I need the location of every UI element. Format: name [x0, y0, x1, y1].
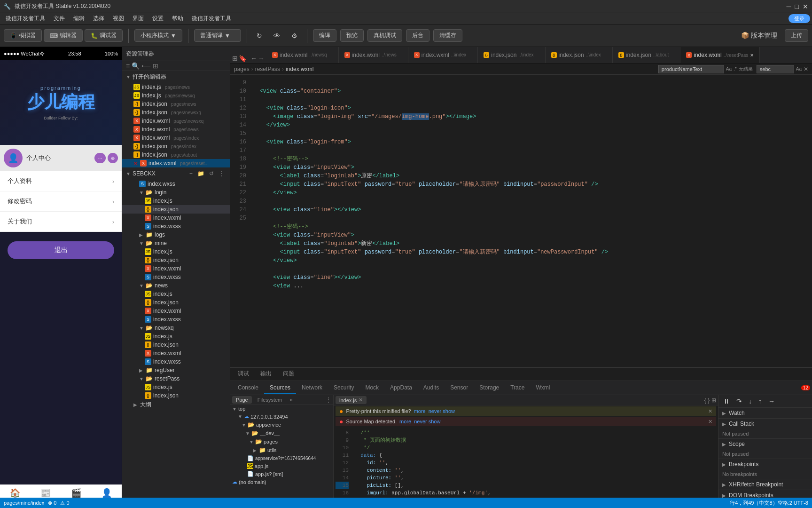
search-input[interactable] — [658, 65, 724, 73]
editor-tab-4[interactable]: {} index.json ..\index ✕ — [546, 47, 613, 63]
menu-about[interactable]: 关于我们 › — [0, 212, 122, 232]
sources-appjs[interactable]: JS app.js — [230, 462, 333, 470]
refresh-icon-btn[interactable]: ↻ — [253, 30, 266, 41]
indexjs-close[interactable]: ✕ — [359, 397, 363, 403]
menu-file[interactable]: 文件 — [50, 14, 69, 24]
menu-settings[interactable]: 设置 — [148, 14, 167, 24]
minimize-btn[interactable]: ─ — [787, 3, 791, 10]
newsxq-indexwxml[interactable]: X index.wxml — [122, 349, 230, 357]
login-indexjson[interactable]: {} index.json — [122, 205, 230, 214]
more-btn-1[interactable]: more — [414, 408, 426, 414]
close-notification-1[interactable]: ✕ — [708, 408, 712, 414]
sources-appservice[interactable]: 📂 appservice — [230, 421, 333, 429]
login-indexwxml[interactable]: X index.wxml — [122, 214, 230, 222]
menu-password[interactable]: 修改密码 › — [0, 191, 122, 212]
folder-newsxq[interactable]: 📂 newsxq — [122, 324, 230, 332]
devtools-tab-console[interactable]: Console — [232, 382, 264, 394]
upload-btn[interactable]: 上传 — [785, 29, 808, 42]
real-machine-btn[interactable]: 真机调试 — [367, 29, 402, 42]
login-indexwxss[interactable]: S index.wxss — [122, 222, 230, 230]
forward-btn[interactable]: → — [258, 55, 265, 62]
scope-header[interactable]: Scope — [718, 439, 812, 449]
mine-indexwxss[interactable]: S index.wxss — [122, 273, 230, 281]
open-file-6[interactable]: X index.wxml pages\index — [122, 134, 230, 142]
news-indexwxml[interactable]: X index.wxml — [122, 307, 230, 315]
watch-header[interactable]: Watch — [718, 408, 812, 418]
editor-tab-6[interactable]: X index.wxml ..\resetPass ✕ — [680, 47, 760, 63]
news-indexwxss[interactable]: S index.wxss — [122, 315, 230, 324]
breadcrumb-resetpass[interactable]: resetPass — [255, 66, 280, 72]
filetree-search-btn[interactable]: 🔍 — [132, 62, 140, 70]
step-btn[interactable]: → — [765, 396, 778, 406]
xhr-header[interactable]: XHR/fetch Breakpoint — [718, 479, 812, 490]
editor-tab-0[interactable]: X index.wxml ..\newsq ✕ — [266, 47, 339, 63]
debugger-btn[interactable]: 🐛 调试器 — [85, 29, 123, 42]
mine-indexwxml[interactable]: X index.wxml — [122, 264, 230, 273]
devtools-tab-mock[interactable]: Mock — [359, 382, 384, 394]
menu-view[interactable]: 视图 — [109, 14, 128, 24]
newsxq-indexjson[interactable]: {} index.json — [122, 341, 230, 349]
sources-tab-filesystem[interactable]: Filesystem — [254, 396, 286, 404]
mode-dropdown[interactable]: 小程序模式 ▼ — [134, 29, 182, 42]
sources-code-content[interactable]: 89101112 1314151617 /** * 页面的初始数据 */ dat… — [334, 427, 718, 499]
devtools-subtab-debug[interactable]: 调试 — [232, 368, 255, 381]
open-file-4[interactable]: X index.wxml pages\newsxq — [122, 117, 230, 125]
menu-select[interactable]: 选择 — [89, 14, 108, 24]
breakpoints-header[interactable]: Breakpoints — [718, 459, 812, 469]
sources-utils[interactable]: 📁 utils — [230, 446, 333, 454]
folder-reguser[interactable]: 📁 regUser — [122, 366, 230, 374]
devtools-tab-appdata[interactable]: AppData — [384, 382, 418, 394]
logout-button[interactable]: 退出 — [8, 241, 114, 259]
close-notification-2[interactable]: ✕ — [708, 419, 712, 425]
devtools-tab-sources[interactable]: Sources — [264, 382, 296, 394]
step-over-btn[interactable]: ↷ — [734, 396, 745, 406]
sources-code-tab-indexjs[interactable]: index.js ✕ — [336, 396, 367, 404]
code-editor[interactable]: <view class="container"> <view class="lo… — [249, 75, 812, 367]
open-file-1[interactable]: JS index.js pages\newsxq — [122, 91, 230, 100]
devtools-tab-audits[interactable]: Audits — [418, 382, 445, 394]
eye-icon-btn[interactable]: 👁 — [270, 30, 284, 41]
menu-profile[interactable]: 个人资料 › — [0, 171, 122, 191]
replace-input[interactable] — [757, 65, 794, 73]
devtools-tab-security[interactable]: Security — [328, 382, 359, 394]
clean-btn[interactable]: 清缓存 — [433, 29, 462, 42]
sources-menu-btn[interactable]: ⋮ — [326, 397, 331, 403]
sources-top[interactable]: top — [230, 405, 333, 413]
bookmark-btn[interactable]: 🔖 — [239, 55, 247, 62]
outline-section[interactable]: 大纲 — [122, 400, 230, 410]
menu-interface[interactable]: 界面 — [129, 14, 148, 24]
open-file-9[interactable]: ✕ X index.wxml pages\reset... — [122, 159, 230, 167]
sources-split-btn[interactable]: ⊞ — [711, 397, 716, 404]
folder-mine[interactable]: 📂 mine — [122, 239, 230, 247]
filetree-split-btn[interactable]: ⊞ — [153, 62, 158, 70]
project-indexwxss[interactable]: S index.wxss — [122, 180, 230, 188]
maximize-btn[interactable]: □ — [795, 3, 799, 10]
sources-pages[interactable]: 📂 pages — [230, 437, 333, 446]
project-root[interactable]: SEBCKX + 📁 ↺ ⋮ — [122, 167, 230, 180]
resetpass-indexjson[interactable]: {} index.json — [122, 391, 230, 400]
phone-menu-btn[interactable]: ··· — [94, 153, 106, 163]
sources-appjs-sm[interactable]: 📄 app.js? [sm] — [230, 470, 333, 478]
step-into-btn[interactable]: ↓ — [746, 396, 755, 406]
folder-news[interactable]: 📂 news — [122, 281, 230, 290]
devtools-subtab-issues[interactable]: 问题 — [277, 368, 300, 381]
sources-more-btn[interactable]: » — [289, 397, 293, 403]
editor-tab-3[interactable]: {} index.json ..\index ✕ — [478, 47, 545, 63]
menu-wechat2[interactable]: 微信开发者工具 — [188, 14, 235, 24]
back-stage-btn[interactable]: 后台 — [406, 29, 429, 42]
sources-domain[interactable]: ☁ 127.0.0.1:32494 — [230, 413, 333, 421]
editor-btn[interactable]: ⌨ 编辑器 — [44, 29, 83, 42]
close-search-btn[interactable]: ✕ — [804, 66, 808, 72]
new-folder-btn[interactable]: 📁 — [195, 169, 206, 178]
open-file-5[interactable]: X index.wxml pages\news — [122, 125, 230, 134]
settings-icon-btn[interactable]: ⚙ — [288, 30, 301, 41]
open-file-0[interactable]: JS index.js pages\news — [122, 83, 230, 91]
never-btn-2[interactable]: never show — [414, 419, 440, 424]
devtools-tab-wxml[interactable]: Wxml — [530, 382, 555, 394]
phone-action-btns[interactable]: ··· ⊕ — [94, 153, 118, 163]
menu-wechat[interactable]: 微信开发者工具 — [2, 14, 49, 24]
news-indexjson[interactable]: {} index.json — [122, 298, 230, 307]
devtools-tab-sensor[interactable]: Sensor — [445, 382, 474, 394]
format-btn[interactable]: { } — [704, 397, 710, 404]
editor-tab-2[interactable]: X index.wxml ..\index ✕ — [408, 47, 478, 63]
